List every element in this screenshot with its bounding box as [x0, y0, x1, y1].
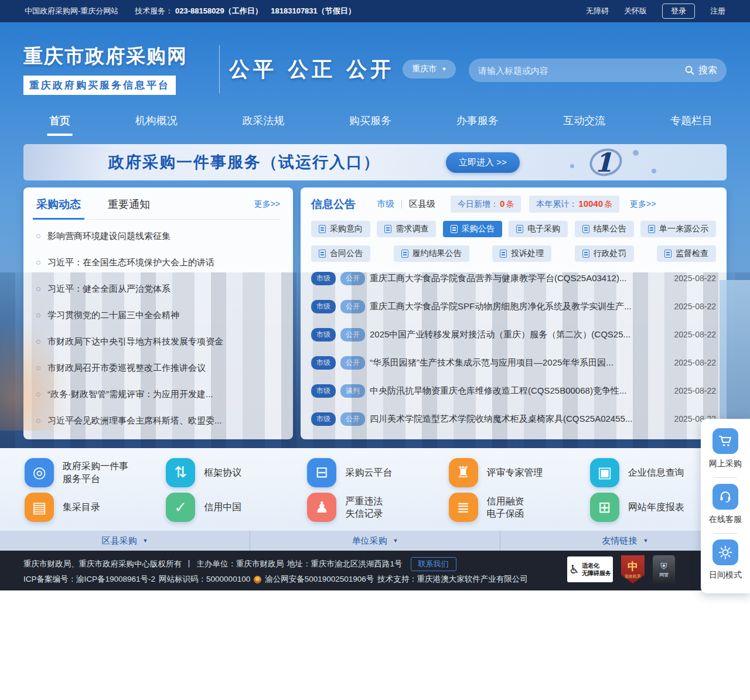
announcement-panel-title: 信息公告: [311, 197, 356, 212]
bullet-icon: [36, 261, 40, 265]
police-emblem-icon: [254, 576, 261, 583]
banner-dot-decoration: [652, 169, 656, 173]
category-performance-result[interactable]: 履约结果公告: [394, 245, 469, 262]
stat-today-label: 今日新增：: [458, 199, 499, 209]
site-code-text: 网站标识码：5000000100: [159, 574, 250, 585]
category-demand-survey[interactable]: 需求调查: [377, 221, 436, 237]
level-tab-city[interactable]: 市级: [370, 199, 401, 210]
party-gov-badge[interactable]: 中 党政机关: [621, 555, 645, 583]
online-support-shortcut[interactable]: 在线客服: [709, 480, 742, 531]
service-label: 电子保函: [487, 507, 524, 520]
page-footer: 重庆市财政局、重庆市政府采购中心版权所有 丨 主办单位：重庆市财政局 地址：重庆…: [0, 551, 750, 590]
category-result-notice[interactable]: 结果公告: [575, 221, 634, 237]
news-more-link[interactable]: 更多>>: [254, 199, 280, 210]
login-button[interactable]: 登录: [662, 4, 695, 19]
document-icon: [319, 225, 326, 233]
category-label: 履约结果公告: [412, 248, 462, 259]
service-credit-financing[interactable]: ≣ 信用融资电子保函: [449, 490, 584, 525]
category-label: 需求调查: [396, 224, 428, 234]
service-catalog[interactable]: ▤ 集采目录: [25, 490, 160, 525]
service-label: 严重违法: [345, 495, 383, 508]
nav-purchase-service[interactable]: 购买服务: [346, 109, 395, 132]
care-mode-link[interactable]: 关怀版: [624, 6, 647, 16]
day-mode-toggle[interactable]: 日间模式: [709, 536, 742, 586]
nav-interaction[interactable]: 互动交流: [560, 109, 609, 132]
bridge-glow-decoration: [0, 319, 70, 431]
category-label: 合同公告: [330, 248, 363, 259]
banner-enter-button[interactable]: 立即进入 >>: [446, 152, 520, 173]
floating-toolbar: 网上采购 在线客服 日间模式: [701, 419, 750, 593]
search-button[interactable]: 搜索: [685, 64, 717, 77]
site-title: 重庆市政府采购网: [23, 43, 210, 70]
level-tab-district[interactable]: 区县级: [402, 199, 442, 210]
nav-work-service[interactable]: 办事服务: [453, 109, 502, 132]
register-link[interactable]: 注册: [710, 6, 725, 16]
police-record-link[interactable]: 渝公网安备50019002501906号: [265, 574, 374, 585]
category-label: 结果公告: [594, 224, 626, 234]
tech-service-label: 技术服务：: [135, 6, 173, 15]
category-label: 采购公告: [462, 224, 495, 234]
cyber-police-badge[interactable]: ⛨ 网警: [653, 555, 675, 583]
accessibility-service-badge[interactable]: ♿ 适老化无障碍服务: [567, 556, 613, 582]
document-icon: [516, 225, 523, 233]
stat-today-value: 0: [499, 199, 506, 209]
database-icon: ≣: [449, 493, 478, 522]
tab-procurement-dynamics[interactable]: 采购动态: [36, 197, 81, 212]
category-supervision-check[interactable]: 监督检查: [657, 245, 716, 262]
phone-holiday: 18183107831（节假日）: [271, 6, 356, 15]
nav-organization[interactable]: 机构概况: [132, 109, 181, 132]
service-credit-china[interactable]: ✓ 信用中国: [166, 490, 301, 525]
news-item[interactable]: 影响营商环境建设问题线索征集: [36, 223, 280, 250]
search-input[interactable]: [478, 66, 685, 76]
district-procurement-dropdown[interactable]: 区县采购▼: [0, 531, 250, 551]
tab-important-notice[interactable]: 重要通知: [108, 197, 150, 211]
category-row-1: 采购意向 需求调查 采购公告 电子采购 结果公告 单一来源公示: [311, 221, 716, 237]
online-procurement-shortcut[interactable]: 网上采购: [709, 425, 742, 475]
region-label: 重庆市: [412, 64, 437, 74]
address-text: 地址：重庆市渝北区洪湖西路1号: [287, 559, 403, 569]
nav-home[interactable]: 首页: [46, 109, 74, 132]
accessibility-link[interactable]: 无障碍: [586, 6, 609, 16]
document-icon: [451, 225, 458, 233]
category-label: 监督检查: [676, 248, 708, 259]
category-admin-penalty[interactable]: 行政处罚: [575, 245, 634, 262]
category-procurement-intent[interactable]: 采购意向: [311, 221, 370, 237]
banner-title: 政府采购一件事服务（试运行入口）: [108, 152, 380, 173]
category-procurement-notice[interactable]: 采购公告: [443, 221, 502, 237]
header-divider: [219, 45, 220, 93]
news-item-title: 习近平：在全国生态环境保护大会上的讲话: [47, 257, 214, 268]
service-dishonesty-record[interactable]: ♟ 严重违法失信记录: [307, 490, 442, 525]
service-label: 服务平台: [63, 473, 128, 486]
category-single-source[interactable]: 单一来源公示: [640, 221, 716, 237]
nav-special-topics[interactable]: 专题栏目: [667, 109, 716, 132]
nav-regulations[interactable]: 政采法规: [238, 109, 288, 132]
stat-year: 本年累计：10040条: [529, 196, 619, 213]
site-logo[interactable]: 重庆市政府采购网 重庆政府购买服务信息平台: [23, 43, 210, 95]
headset-icon: [712, 484, 738, 510]
stat-year-unit: 条: [604, 199, 612, 209]
category-e-procurement[interactable]: 电子采购: [509, 221, 568, 237]
unit-procurement-dropdown[interactable]: 单位采购▼: [250, 531, 500, 551]
category-contract-notice[interactable]: 合同公告: [311, 245, 370, 262]
one-stop-service-banner[interactable]: 政府采购一件事服务（试运行入口） 立即进入 >> 1: [23, 144, 727, 180]
service-shortcuts-grid: ◎ 政府采购一件事服务平台 ⇅ 框架协议 ⊟ 采购云平台 ♜ 评审专家管理 ▣ …: [0, 448, 750, 531]
contact-us-button[interactable]: 联系我们: [411, 557, 456, 571]
hero-section: 重庆市政府采购网 重庆政府购买服务信息平台 公平 公正 公开 重庆市 ▼ 搜索: [0, 22, 750, 448]
chevron-down-icon: ▼: [643, 538, 649, 544]
tech-support-text: 技术支持：重庆港澳大家软件产业有限公司: [377, 574, 528, 585]
category-row-2: 合同公告 履约结果公告 投诉处理 行政处罚 监督检查: [311, 245, 716, 262]
monitor-icon: ⊟: [307, 458, 336, 487]
party-badge-label: 党政机关: [625, 573, 641, 579]
category-complaint-handling[interactable]: 投诉处理: [492, 245, 551, 262]
announcement-more-link[interactable]: 更多>>: [630, 199, 656, 210]
service-expert-management[interactable]: ♜ 评审专家管理: [449, 455, 584, 490]
service-one-stop-platform[interactable]: ◎ 政府采购一件事服务平台: [25, 455, 160, 490]
floatbar-label: 网上采购: [709, 459, 742, 469]
stat-today-unit: 条: [506, 199, 514, 209]
region-selector[interactable]: 重庆市 ▼: [403, 60, 456, 78]
national-site-link[interactable]: 中国政府采购网-重庆分网站: [25, 6, 118, 16]
service-framework-agreement[interactable]: ⇅ 框架协议: [166, 455, 301, 490]
service-cloud-platform[interactable]: ⊟ 采购云平台: [307, 455, 442, 490]
service-label: 网站年度报表: [628, 502, 684, 512]
chevron-down-icon: ▼: [143, 538, 148, 544]
